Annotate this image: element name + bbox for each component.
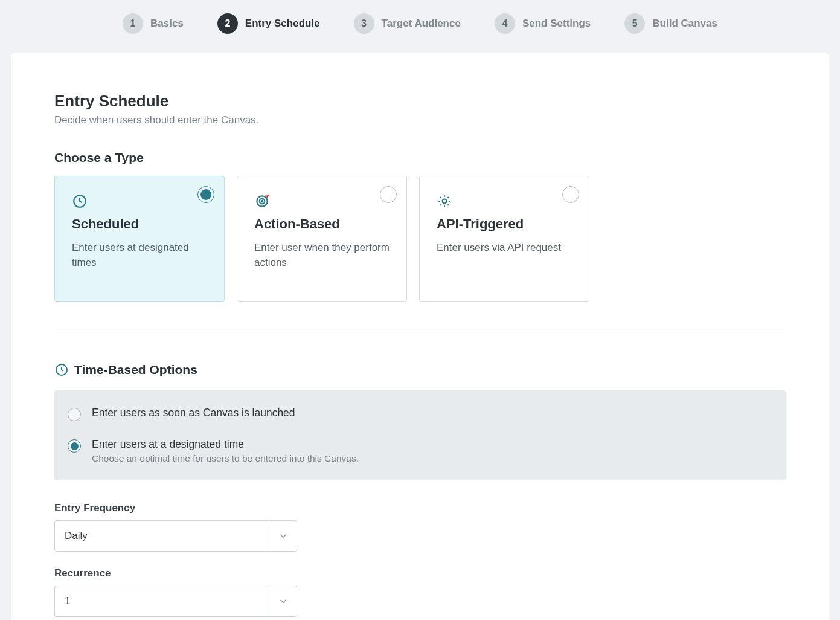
option-label: Enter users as soon as Canvas is launche… — [92, 407, 295, 419]
page-subtitle: Decide when users should enter the Canva… — [54, 114, 786, 126]
radio-indicator — [197, 186, 214, 203]
entry-frequency-label: Entry Frequency — [54, 502, 786, 514]
type-card-desc: Enter user when they perform actions — [254, 241, 390, 270]
select-value: 1 — [55, 586, 269, 616]
recurrence-label: Recurrence — [54, 567, 786, 580]
type-card-api-triggered[interactable]: API-Triggered Enter users via API reques… — [419, 176, 589, 302]
radio-indicator — [562, 186, 579, 203]
entry-frequency-select[interactable]: Daily — [54, 520, 297, 552]
step-label: Send Settings — [522, 18, 591, 30]
step-label: Entry Schedule — [245, 18, 320, 30]
type-card-name: API-Triggered — [437, 216, 572, 232]
radio-indicator — [68, 408, 81, 421]
radio-indicator — [68, 439, 81, 453]
radio-indicator — [380, 186, 397, 203]
target-icon — [254, 193, 270, 209]
recurrence-select[interactable]: 1 — [54, 586, 297, 617]
svg-point-3 — [261, 201, 263, 202]
time-options-header: Time-Based Options — [54, 363, 786, 377]
step-number: 2 — [217, 13, 238, 34]
option-label: Enter users at a designated time — [92, 438, 359, 451]
chevron-down-icon — [269, 521, 297, 551]
type-card-desc: Enter users via API request — [437, 241, 572, 256]
chevron-down-icon — [269, 586, 297, 616]
select-value: Daily — [55, 521, 269, 551]
type-card-scheduled[interactable]: Scheduled Enter users at designated time… — [54, 176, 225, 302]
step-entry-schedule[interactable]: 2 Entry Schedule — [217, 13, 320, 34]
clock-icon — [72, 193, 88, 209]
page-title: Entry Schedule — [54, 92, 786, 111]
wizard-stepper: 1 Basics 2 Entry Schedule 3 Target Audie… — [0, 0, 840, 53]
type-card-name: Action-Based — [254, 216, 390, 232]
option-launch-immediately[interactable]: Enter users as soon as Canvas is launche… — [68, 404, 772, 424]
step-label: Basics — [150, 18, 184, 30]
step-number: 3 — [354, 13, 374, 34]
type-card-name: Scheduled — [72, 216, 207, 232]
step-number: 1 — [123, 13, 143, 34]
gear-icon — [437, 193, 452, 209]
type-card-desc: Enter users at designated times — [72, 241, 207, 270]
step-send-settings[interactable]: 4 Send Settings — [495, 13, 591, 34]
option-help-text: Choose an optimal time for users to be e… — [92, 453, 359, 464]
svg-point-4 — [443, 199, 447, 204]
step-number: 4 — [495, 13, 515, 34]
section-divider — [54, 331, 786, 331]
time-options-title: Time-Based Options — [74, 363, 197, 377]
step-target-audience[interactable]: 3 Target Audience — [354, 13, 461, 34]
step-label: Target Audience — [382, 18, 461, 30]
step-label: Build Canvas — [652, 18, 717, 30]
content-card: Entry Schedule Decide when users should … — [11, 53, 829, 620]
time-options-group: Enter users as soon as Canvas is launche… — [54, 390, 786, 480]
step-number: 5 — [624, 13, 645, 34]
step-build-canvas[interactable]: 5 Build Canvas — [624, 13, 717, 34]
option-designated-time[interactable]: Enter users at a designated time Choose … — [68, 435, 772, 467]
type-card-action-based[interactable]: Action-Based Enter user when they perfor… — [237, 176, 407, 302]
step-basics[interactable]: 1 Basics — [123, 13, 184, 34]
clock-icon — [54, 363, 69, 377]
choose-type-title: Choose a Type — [54, 150, 786, 165]
type-card-group: Scheduled Enter users at designated time… — [54, 176, 786, 302]
